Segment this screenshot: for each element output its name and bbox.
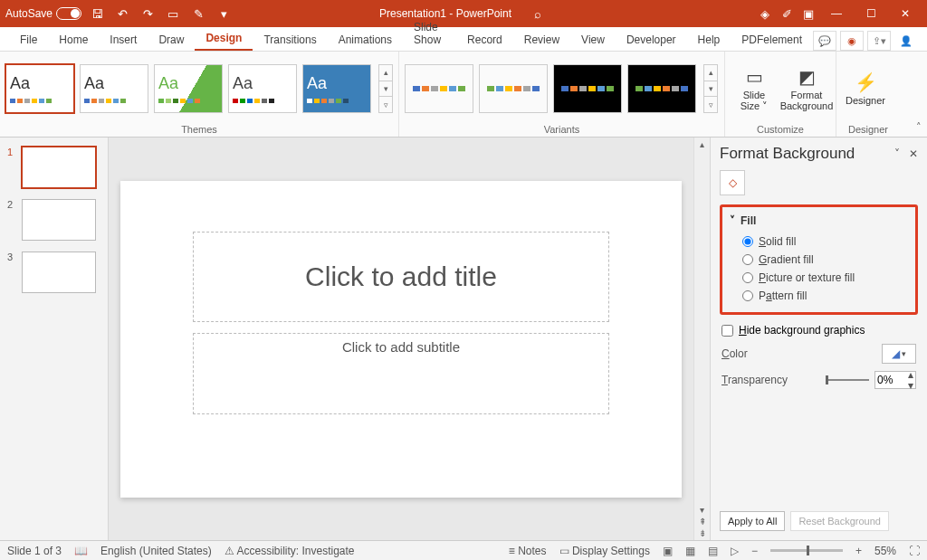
format-background-panel: Format Background ˅✕ ◇ ˅Fill Solid fill … bbox=[710, 138, 927, 540]
tab-home[interactable]: Home bbox=[48, 30, 99, 51]
theme-tile-2[interactable]: Aa bbox=[80, 64, 148, 113]
theme-tile-1[interactable]: Aa bbox=[5, 64, 74, 113]
close-button[interactable]: ✕ bbox=[889, 1, 922, 26]
tab-view[interactable]: View bbox=[570, 30, 616, 51]
bucket-icon: ◢ bbox=[892, 347, 900, 360]
slide-canvas: Click to add title Click to add subtitle bbox=[109, 138, 693, 540]
brush-icon[interactable]: ✐ bbox=[777, 3, 797, 24]
slideshow-view-icon[interactable]: ▷ bbox=[731, 545, 739, 557]
autosave-pill bbox=[56, 7, 81, 20]
reset-background-button: Reset Background bbox=[790, 511, 889, 531]
window-mode-icon[interactable]: ▣ bbox=[798, 3, 818, 24]
hide-bg-checkbox[interactable]: Hide background graphics bbox=[720, 320, 918, 340]
fill-section-header[interactable]: ˅Fill bbox=[730, 214, 912, 227]
format-background-button[interactable]: ◩FormatBackground bbox=[783, 58, 830, 119]
tab-pdfelement[interactable]: PDFelement bbox=[731, 30, 813, 51]
transparency-slider[interactable] bbox=[826, 379, 869, 381]
touch-mode-icon[interactable]: ✎ bbox=[188, 3, 208, 24]
language[interactable]: English (United States) bbox=[100, 545, 212, 557]
slide-count[interactable]: Slide 1 of 3 bbox=[7, 545, 62, 557]
tab-file[interactable]: File bbox=[9, 30, 48, 51]
zoom-out-button[interactable]: − bbox=[751, 545, 758, 557]
slideshow-start-icon[interactable]: ▭ bbox=[163, 3, 183, 24]
zoom-in-button[interactable]: + bbox=[855, 545, 862, 557]
notes-button[interactable]: ≡ Notes bbox=[509, 545, 547, 557]
zoom-level[interactable]: 55% bbox=[874, 545, 896, 557]
share-button[interactable]: ⇪▾ bbox=[867, 31, 891, 51]
accessibility-status[interactable]: ⚠ Accessibility: Investigate bbox=[225, 545, 355, 557]
variant-tile-3[interactable] bbox=[553, 64, 622, 113]
save-icon[interactable]: 🖫 bbox=[87, 3, 107, 24]
sorter-view-icon[interactable]: ▦ bbox=[685, 545, 695, 557]
display-settings-button[interactable]: ▭ Display Settings bbox=[559, 545, 650, 557]
variants-group-label: Variants bbox=[405, 122, 719, 137]
customize-group-label: Customize bbox=[731, 122, 830, 137]
autosave-toggle[interactable]: AutoSave bbox=[5, 7, 81, 20]
gradient-fill-radio[interactable]: Gradient fill bbox=[730, 251, 912, 269]
minimize-button[interactable]: — bbox=[820, 1, 853, 26]
tab-review[interactable]: Review bbox=[513, 30, 570, 51]
diamond-icon[interactable]: ◈ bbox=[755, 3, 775, 24]
comments-button[interactable]: 💬 bbox=[813, 31, 836, 51]
undo-icon[interactable]: ↶ bbox=[112, 3, 132, 24]
panel-options-icon[interactable]: ˅ bbox=[894, 147, 900, 160]
tab-developer[interactable]: Developer bbox=[616, 30, 687, 51]
redo-icon[interactable]: ↷ bbox=[138, 3, 158, 24]
slide-size-button[interactable]: ▭SlideSize ˅ bbox=[731, 58, 778, 119]
tab-slideshow[interactable]: Slide Show bbox=[403, 17, 456, 51]
themes-scroll[interactable]: ▴▾▿ bbox=[378, 64, 393, 113]
thumbnail-2[interactable]: 2 bbox=[7, 199, 100, 241]
transparency-input[interactable]: 0%▴▾ bbox=[874, 371, 916, 389]
variant-tile-2[interactable] bbox=[479, 64, 548, 113]
transparency-label: Transparency bbox=[722, 374, 788, 386]
chevron-down-icon: ˅ bbox=[730, 214, 735, 227]
solid-fill-radio[interactable]: Solid fill bbox=[730, 233, 912, 251]
picture-fill-radio[interactable]: Picture or texture fill bbox=[730, 269, 912, 287]
tab-insert[interactable]: Insert bbox=[99, 30, 148, 51]
maximize-button[interactable]: ☐ bbox=[855, 1, 887, 26]
workspace: 1 2 3 Click to add title Click to add su… bbox=[0, 138, 927, 540]
normal-view-icon[interactable]: ▣ bbox=[663, 545, 673, 557]
slide[interactable]: Click to add title Click to add subtitle bbox=[120, 181, 682, 498]
designer-button[interactable]: ⚡Designer bbox=[842, 58, 889, 119]
theme-tile-3[interactable]: Aa bbox=[154, 64, 223, 113]
fill-options-highlight: ˅Fill Solid fill Gradient fill Picture o… bbox=[720, 204, 918, 315]
pattern-fill-radio[interactable]: Pattern fill bbox=[730, 287, 912, 305]
spellcheck-icon[interactable]: 📖 bbox=[74, 545, 88, 557]
variants-scroll[interactable]: ▴▾▿ bbox=[703, 64, 718, 113]
slide-thumbnails: 1 2 3 bbox=[0, 138, 109, 540]
tab-help[interactable]: Help bbox=[687, 30, 731, 51]
tab-animations[interactable]: Animations bbox=[328, 30, 403, 51]
collapse-ribbon-icon[interactable]: ˄ bbox=[916, 121, 922, 133]
vertical-scrollbar[interactable]: ▴▾⇞⇟ bbox=[693, 138, 710, 540]
panel-close-icon[interactable]: ✕ bbox=[909, 147, 918, 160]
variant-tile-1[interactable] bbox=[405, 64, 473, 113]
thumbnail-3[interactable]: 3 bbox=[7, 252, 100, 293]
color-picker-button[interactable]: ◢▾ bbox=[882, 344, 916, 364]
theme-tile-4[interactable]: Aa bbox=[228, 64, 297, 113]
autosave-label: AutoSave bbox=[5, 7, 53, 20]
fill-category-icon[interactable]: ◇ bbox=[720, 170, 745, 195]
zoom-slider[interactable] bbox=[770, 549, 843, 552]
tab-transitions[interactable]: Transitions bbox=[253, 30, 327, 51]
account-button[interactable]: 👤 bbox=[894, 31, 918, 51]
theme-tile-5[interactable]: Aa bbox=[302, 64, 371, 113]
tab-design[interactable]: Design bbox=[195, 28, 253, 51]
search-icon[interactable]: ⌕ bbox=[528, 3, 548, 24]
titlebar: AutoSave 🖫 ↶ ↷ ▭ ✎ ▾ Presentation1 - Pow… bbox=[0, 0, 927, 27]
thumbnail-1[interactable]: 1 bbox=[7, 147, 100, 188]
ribbon: Aa Aa Aa Aa Aa ▴▾▿ Themes ▴▾▿ Variants ▭… bbox=[0, 52, 927, 138]
tab-draw[interactable]: Draw bbox=[148, 30, 195, 51]
fit-to-window-icon[interactable]: ⛶ bbox=[909, 545, 920, 557]
panel-title: Format Background bbox=[720, 145, 855, 163]
variant-tile-4[interactable] bbox=[627, 64, 696, 113]
qat-more-icon[interactable]: ▾ bbox=[214, 3, 234, 24]
designer-group-label: Designer bbox=[842, 122, 894, 137]
subtitle-placeholder[interactable]: Click to add subtitle bbox=[193, 333, 609, 414]
title-placeholder[interactable]: Click to add title bbox=[193, 232, 609, 322]
record-button[interactable]: ◉ bbox=[840, 31, 864, 51]
tab-record[interactable]: Record bbox=[456, 30, 513, 51]
apply-to-all-button[interactable]: Apply to All bbox=[720, 511, 785, 531]
ribbon-tabs: File Home Insert Draw Design Transitions… bbox=[0, 27, 927, 52]
reading-view-icon[interactable]: ▤ bbox=[708, 545, 718, 557]
